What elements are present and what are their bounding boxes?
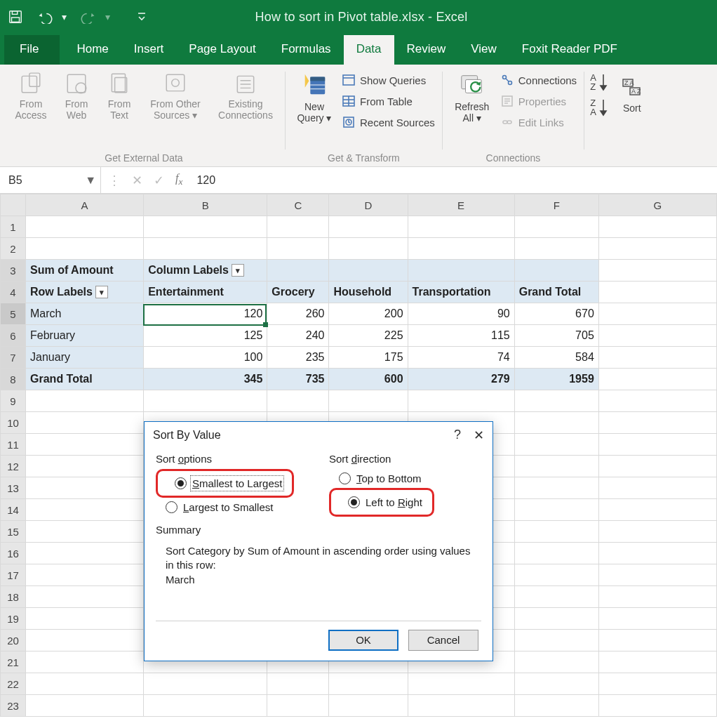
cancel-button[interactable]: Cancel <box>408 630 478 651</box>
from-access-label: From Access <box>15 98 46 121</box>
row-header-18[interactable]: 18 <box>1 586 26 608</box>
qat-customize-icon[interactable] <box>132 7 152 27</box>
row-header-4[interactable]: 4 <box>1 282 26 303</box>
from-text-button[interactable]: From Text <box>100 69 139 124</box>
col-header-C[interactable]: C <box>267 194 329 216</box>
properties-button[interactable]: Properties <box>499 91 578 111</box>
close-icon[interactable]: ✕ <box>474 428 484 443</box>
save-icon[interactable] <box>6 7 25 27</box>
tab-foxit[interactable]: Foxit Reader PDF <box>509 35 630 65</box>
tab-view[interactable]: View <box>458 35 509 65</box>
column-labels-filter-icon[interactable] <box>232 264 244 277</box>
tab-home[interactable]: Home <box>64 35 121 65</box>
sort-desc-icon[interactable]: ZA <box>590 98 608 117</box>
row-header-16[interactable]: 16 <box>1 543 26 564</box>
from-access-button[interactable]: From Access <box>8 69 53 124</box>
existing-connections-button[interactable]: Existing Connections <box>212 69 279 124</box>
cat-0[interactable]: Entertainment <box>144 282 267 303</box>
cell-F5[interactable]: 670 <box>514 303 598 325</box>
radio-top-to-bottom[interactable]: Top to Bottom <box>329 469 481 488</box>
row-header-3[interactable]: 3 <box>1 260 26 282</box>
edit-links-button[interactable]: Edit Links <box>499 112 578 132</box>
col-header-A[interactable]: A <box>26 194 144 216</box>
window-title: How to sort in Pivot table.xlsx - Excel <box>152 10 571 25</box>
from-other-sources-button[interactable]: From Other Sources ▾ <box>142 69 209 124</box>
enter-icon[interactable]: ✓ <box>154 173 164 188</box>
svg-rect-17 <box>343 75 354 85</box>
formula-input[interactable] <box>189 167 717 193</box>
row-header-2[interactable]: 2 <box>1 238 26 260</box>
sort-asc-icon[interactable]: AZ <box>590 73 608 91</box>
cell-E5[interactable]: 90 <box>408 303 514 325</box>
row-February[interactable]: February <box>26 325 144 347</box>
row-grand-total[interactable]: Grand Total <box>26 369 144 390</box>
opt-largest-label: Largest to Smallest <box>183 501 273 513</box>
row-header-22[interactable]: 22 <box>1 673 26 695</box>
redo-icon[interactable] <box>79 7 98 27</box>
undo-icon[interactable] <box>35 7 55 27</box>
name-box[interactable]: B5 ▼ <box>0 167 101 193</box>
connections-button[interactable]: Connections <box>499 70 578 90</box>
radio-largest-to-smallest[interactable]: Largest to Smallest <box>156 498 308 517</box>
cat-1[interactable]: Grocery <box>267 282 329 303</box>
from-table-button[interactable]: From Table <box>340 91 436 111</box>
row-header-13[interactable]: 13 <box>1 477 26 499</box>
svg-point-27 <box>502 76 506 79</box>
tab-formulas[interactable]: Formulas <box>269 35 344 65</box>
col-header-B[interactable]: B <box>144 194 267 216</box>
row-header-9[interactable]: 9 <box>1 390 26 412</box>
tab-insert[interactable]: Insert <box>121 35 177 65</box>
tab-file[interactable]: File <box>4 35 60 65</box>
cell-B5[interactable]: 120 <box>144 303 267 325</box>
svg-point-7 <box>76 83 86 93</box>
svg-rect-10 <box>166 74 185 91</box>
row-header-1[interactable]: 1 <box>1 216 26 238</box>
row-January[interactable]: January <box>26 347 144 369</box>
tab-page-layout[interactable]: Page Layout <box>176 35 268 65</box>
cell-C5[interactable]: 260 <box>267 303 329 325</box>
cell-D5[interactable]: 200 <box>329 303 408 325</box>
pivot-sum-of[interactable]: Sum of Amount <box>26 260 144 282</box>
cat-4[interactable]: Grand Total <box>514 282 598 303</box>
row-header-20[interactable]: 20 <box>1 630 26 651</box>
row-header-19[interactable]: 19 <box>1 608 26 630</box>
recent-sources-button[interactable]: Recent Sources <box>340 112 436 132</box>
col-header-D[interactable]: D <box>329 194 408 216</box>
row-header-6[interactable]: 6 <box>1 325 26 347</box>
row-header-21[interactable]: 21 <box>1 651 26 673</box>
col-header-G[interactable]: G <box>598 194 716 216</box>
row-header-10[interactable]: 10 <box>1 412 26 434</box>
row-header-14[interactable]: 14 <box>1 499 26 521</box>
tab-review[interactable]: Review <box>394 35 459 65</box>
row-header-7[interactable]: 7 <box>1 347 26 369</box>
row-header-11[interactable]: 11 <box>1 434 26 456</box>
redo-dropdown-icon[interactable]: ▾ <box>102 7 112 27</box>
row-labels-filter-icon[interactable] <box>95 286 108 298</box>
row-header-17[interactable]: 17 <box>1 564 26 586</box>
row-header-15[interactable]: 15 <box>1 521 26 543</box>
cancel-icon[interactable]: ✕ <box>132 173 142 188</box>
show-queries-button[interactable]: Show Queries <box>340 70 436 90</box>
name-box-dropdown-icon[interactable]: ▼ <box>85 174 96 187</box>
col-header-F[interactable]: F <box>514 194 598 216</box>
tab-data[interactable]: Data <box>344 35 394 65</box>
new-query-button[interactable]: New Query ▾ <box>291 69 337 126</box>
sort-button[interactable]: Z A A Z Sort <box>615 73 650 117</box>
row-header-23[interactable]: 23 <box>1 695 26 717</box>
ok-button[interactable]: OK <box>328 630 398 651</box>
radio-smallest-to-largest[interactable]: Smallest to Largest <box>165 474 286 493</box>
row-header-5[interactable]: 5 <box>1 303 26 325</box>
row-header-12[interactable]: 12 <box>1 456 26 477</box>
col-header-E[interactable]: E <box>408 194 514 216</box>
row-March[interactable]: March <box>26 303 144 325</box>
select-all-corner[interactable] <box>1 194 26 216</box>
fx-icon[interactable]: fx <box>175 172 182 187</box>
from-web-button[interactable]: From Web <box>56 69 97 124</box>
refresh-all-button[interactable]: Refresh All ▾ <box>448 69 496 126</box>
help-icon[interactable]: ? <box>454 428 461 443</box>
cat-2[interactable]: Household <box>329 282 408 303</box>
undo-dropdown-icon[interactable]: ▾ <box>59 7 69 27</box>
cat-3[interactable]: Transportation <box>408 282 514 303</box>
row-header-8[interactable]: 8 <box>1 369 26 390</box>
radio-left-to-right[interactable]: Left to Right <box>338 493 427 512</box>
